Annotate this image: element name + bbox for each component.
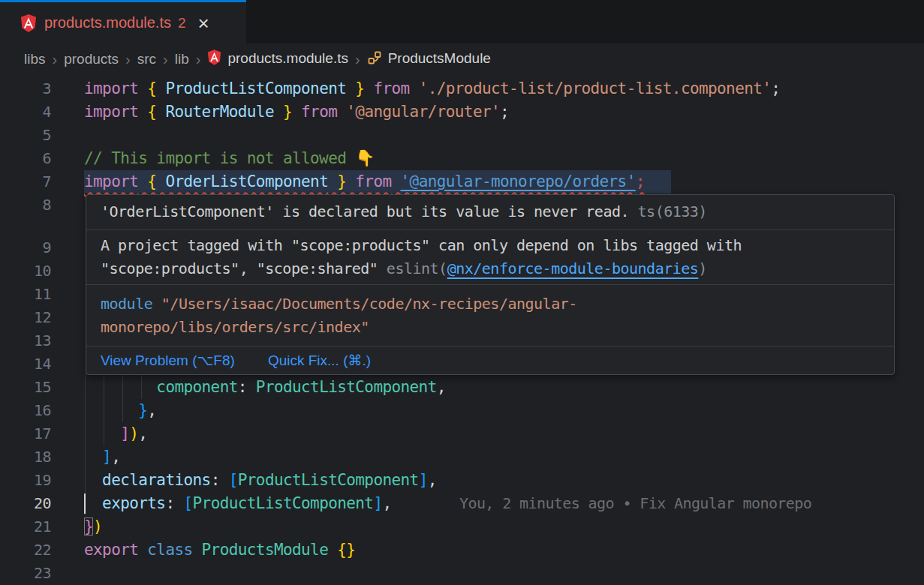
tab-products-module[interactable]: products.module.ts 2 × <box>0 0 246 44</box>
hover-text: 'OrderListComponent' is declared but its… <box>101 202 629 220</box>
line-number-13[interactable]: 13 <box>0 329 51 352</box>
module-path-link[interactable]: '@angular-monorepo/orders' <box>401 172 636 190</box>
code-line-22[interactable]: export class ProductsModule {} <box>84 538 355 562</box>
code-token: } <box>355 80 364 98</box>
breadcrumb-label: products.module.ts <box>227 50 348 66</box>
line-number-17[interactable]: 17 <box>0 422 51 446</box>
code-token <box>156 80 165 98</box>
code-token <box>410 80 419 98</box>
code-token <box>84 378 156 396</box>
breadcrumb: libs›products›src›lib›products.module.ts… <box>0 44 924 75</box>
code-token: , <box>382 494 391 512</box>
hover-text: eslint( <box>387 260 447 278</box>
breadcrumb-item-libs[interactable]: libs <box>24 51 46 68</box>
code-line-19[interactable]: declarations: [ProductListComponent], <box>84 469 437 492</box>
code-token: , <box>428 471 437 489</box>
line-number-22[interactable]: 22 <box>0 538 51 562</box>
line-number-19[interactable]: 19 <box>0 469 51 492</box>
git-blame-annotation: You, 2 minutes ago • Fix Angular monorep… <box>459 492 811 515</box>
line-number-16[interactable]: 16 <box>0 399 51 422</box>
code-token: , <box>147 401 156 419</box>
tab-bar: products.module.ts 2 × <box>0 0 924 44</box>
code-token: import <box>84 172 138 190</box>
breadcrumb-item-productsmodule[interactable]: ProductsModule <box>367 50 491 69</box>
hover-text <box>152 295 161 313</box>
eslint-rule-link[interactable]: @nx/enforce-module-boundaries <box>447 260 699 278</box>
code-token: : <box>165 494 183 512</box>
code-line-17[interactable]: ]), <box>84 422 147 446</box>
line-number-14[interactable]: 14 <box>0 352 51 376</box>
line-number-5[interactable]: 5 <box>0 124 51 147</box>
line-number-21[interactable]: 21 <box>0 515 51 538</box>
code-token <box>274 103 283 121</box>
line-number-8[interactable]: 8 <box>0 194 51 217</box>
code-token: import <box>84 80 138 98</box>
quick-fix-button[interactable]: Quick Fix... (⌘.) <box>268 352 371 369</box>
code-token <box>337 103 346 121</box>
code-token <box>138 80 147 98</box>
code-token: , <box>138 424 147 442</box>
breadcrumb-item-lib[interactable]: lib <box>175 51 189 68</box>
code-token: import <box>84 103 138 121</box>
code-token: { <box>147 80 156 98</box>
line-number-3[interactable]: 3 <box>0 77 51 100</box>
breadcrumb-label: ProductsModule <box>388 50 491 66</box>
hover-text: ) <box>698 260 707 278</box>
code-token: , <box>111 448 120 466</box>
code-line-3[interactable]: import { ProductListComponent } from './… <box>84 77 780 100</box>
tab-error-count: 2 <box>178 15 186 32</box>
chevron-right-icon: › <box>125 51 131 68</box>
breadcrumb-item-src[interactable]: src <box>137 51 156 68</box>
chevron-right-icon: › <box>355 51 360 68</box>
code-line-7[interactable]: import { OrderListComponent } from '@ang… <box>84 170 645 194</box>
breadcrumb-label: src <box>137 51 156 67</box>
line-number-23[interactable]: 23 <box>0 562 51 585</box>
code-token <box>346 172 355 190</box>
code-token: ] <box>120 424 129 442</box>
code-line-21[interactable]: }) <box>84 515 102 538</box>
line-number-9[interactable]: 9 <box>0 236 51 260</box>
code-token <box>84 448 102 466</box>
line-number-11[interactable]: 11 <box>0 283 51 306</box>
line-number-10[interactable]: 10 <box>0 260 51 283</box>
code-token <box>328 172 337 190</box>
angular-icon <box>20 14 37 32</box>
line-number-7[interactable]: 7 <box>0 170 51 194</box>
hover-text: ts(6133) <box>629 202 707 220</box>
code-token <box>292 103 301 121</box>
hover-text: "/Users/isaac/Documents/code/nx-recipes/… <box>161 295 577 313</box>
line-number-20[interactable]: 20 <box>0 492 51 515</box>
close-icon[interactable]: × <box>198 14 209 33</box>
hover-message-1: 'OrderListComponent' is declared but its… <box>86 195 894 230</box>
code-token: { <box>147 172 156 190</box>
line-number-12[interactable]: 12 <box>0 306 51 329</box>
code-token: '@angular/router' <box>346 103 500 121</box>
line-number-15[interactable]: 15 <box>0 376 51 399</box>
code-token: ProductListComponent <box>256 378 437 396</box>
code-token: './product-list/product-list.component' <box>419 80 772 98</box>
code-token <box>364 80 373 98</box>
chevron-right-icon: › <box>196 51 201 68</box>
line-number-4[interactable]: 4 <box>0 100 51 124</box>
code-token: [ <box>184 494 193 512</box>
code-token: from <box>301 103 337 121</box>
breadcrumb-item-products-module-ts[interactable]: products.module.ts <box>207 50 348 69</box>
code-token <box>84 424 120 442</box>
code-line-18[interactable]: ], <box>84 446 120 469</box>
code-line-6[interactable]: // This import is not allowed 👇 <box>84 147 375 170</box>
code-line-15[interactable]: component: ProductListComponent, <box>84 376 446 399</box>
code-token <box>346 80 355 98</box>
angular-icon <box>207 50 221 69</box>
breadcrumb-item-products[interactable]: products <box>64 51 119 68</box>
code-token: ] <box>102 448 111 466</box>
code-line-20[interactable]: exports: [ProductListComponent], <box>84 492 392 515</box>
hover-text: monorepo/libs/orders/src/index" <box>101 318 369 336</box>
code-token: ProductsModule <box>202 541 329 559</box>
code-line-16[interactable]: }, <box>84 399 156 422</box>
code-token: ProductListComponent <box>238 471 419 489</box>
hover-text: A project tagged with "scope:products" c… <box>101 236 742 254</box>
view-problem-button[interactable]: View Problem (⌥F8) <box>101 352 235 369</box>
line-number-18[interactable]: 18 <box>0 446 51 469</box>
line-number-6[interactable]: 6 <box>0 147 51 170</box>
code-line-4[interactable]: import { RouterModule } from '@angular/r… <box>84 100 509 124</box>
